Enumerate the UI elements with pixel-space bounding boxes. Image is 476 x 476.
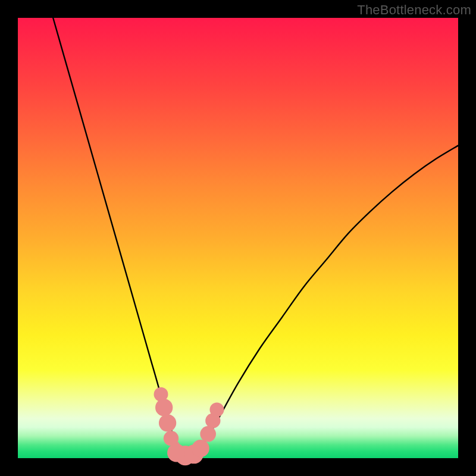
- chart-frame: TheBottleneck.com: [0, 0, 476, 476]
- curve-layer: [18, 18, 458, 458]
- bottleneck-curve: [53, 18, 458, 459]
- highlight-dot: [192, 440, 209, 457]
- watermark-text: TheBottleneck.com: [357, 2, 471, 18]
- highlight-dot: [209, 403, 224, 417]
- plot-area: [18, 18, 458, 458]
- highlight-dot: [200, 426, 216, 442]
- highlight-dots: [154, 387, 224, 466]
- highlight-dot: [155, 399, 173, 416]
- highlight-dot: [164, 431, 178, 446]
- highlight-dot: [159, 414, 176, 431]
